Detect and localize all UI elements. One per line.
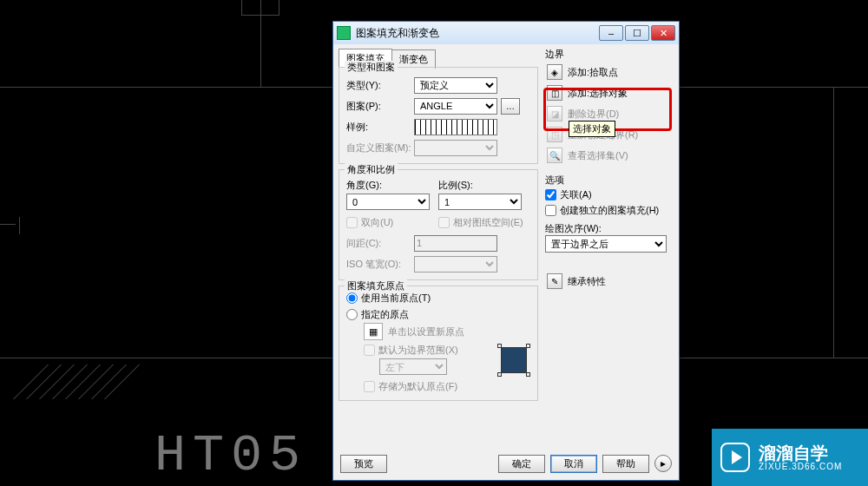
tooltip: 选择对象 [569,121,615,137]
close-button[interactable]: ✕ [651,25,675,41]
spacing-label: 间距(C): [346,237,414,250]
tab-gradient[interactable]: 渐变色 [391,49,436,69]
default-extent-checkbox [364,345,375,356]
help-button[interactable]: 帮助 [602,455,649,473]
paperspace-checkbox [438,217,450,228]
swatch-label: 样例: [346,121,414,134]
inherit-properties-button[interactable]: ✎继承特性 [545,272,667,291]
draworder-label: 绘图次序(W): [545,222,667,235]
watermark-url: ZIXUE.3D66.COM [759,462,842,471]
click-origin-label: 单击以设置新原点 [388,325,464,338]
ok-button[interactable]: 确定 [498,455,545,473]
view-selection-button: 🔍查看选择集(V) [545,146,667,165]
spacing-input [414,235,497,252]
use-current-origin-radio[interactable] [346,292,358,304]
select-icon: ◫ [547,85,562,101]
type-select[interactable]: 预定义 [414,77,497,94]
viewsel-icon: 🔍 [547,148,562,163]
custom-pattern-select [414,140,497,156]
custom-pattern-label: 自定义图案(M): [346,141,414,154]
pattern-label: 图案(P): [346,100,414,113]
add-pickpoints-button[interactable]: ◈添加:拾取点 [545,62,667,82]
pattern-browse-button[interactable]: … [501,98,520,115]
expand-button[interactable]: ▸ [654,455,672,472]
angle-select[interactable]: 0 [346,194,430,210]
add-select-button[interactable]: ◫添加:选择对象 [545,83,667,102]
iso-select [414,256,497,273]
cad-hatch-sample [22,364,130,399]
origin-preview-icon [497,344,530,377]
group-type-title: 类型和图案 [345,61,398,74]
separate-hatch-checkbox[interactable] [545,205,556,216]
titlebar[interactable]: 图案填充和渐变色 – ☐ ✕ [333,22,679,44]
dialog-icon [337,26,351,40]
inherit-icon: ✎ [547,273,562,289]
extent-select: 左下 [379,358,447,375]
watermark: 溜溜自学 ZIXUE.3D66.COM [712,429,868,486]
draworder-select[interactable]: 置于边界之后 [545,235,667,253]
boundaries-title: 边界 [545,48,667,61]
cad-label: HT05 [155,430,307,482]
twoway-checkbox [346,217,358,228]
maximize-button[interactable]: ☐ [625,25,649,41]
associative-checkbox[interactable] [545,189,556,200]
specified-origin-radio[interactable] [346,309,358,320]
scale-select[interactable]: 1 [438,194,522,210]
minimize-button[interactable]: – [599,25,623,41]
set-origin-icon: ▦ [364,323,383,340]
scale-label: 比例(S): [438,179,530,192]
watermark-brand: 溜溜自学 [759,444,842,462]
angle-label: 角度(G): [346,179,438,192]
recreate-icon: ◳ [547,127,562,142]
group-origin-title: 图案填充原点 [345,279,407,292]
store-default-checkbox [364,381,375,392]
pick-icon: ◈ [547,64,562,80]
hatch-dialog: 图案填充和渐变色 – ☐ ✕ 图案填充 渐变色 类型和图案 类型(Y): 预定义… [332,21,680,481]
options-title: 选项 [545,174,667,187]
type-label: 类型(Y): [346,79,414,92]
pattern-select[interactable]: ANGLE [414,98,497,115]
play-icon [720,443,750,472]
cancel-button[interactable]: 取消 [550,455,597,473]
group-angle-title: 角度和比例 [345,163,398,176]
iso-label: ISO 笔宽(O): [346,258,414,271]
remove-icon: ◪ [547,106,562,122]
preview-button[interactable]: 预览 [340,455,387,473]
dialog-title: 图案填充和渐变色 [356,26,599,41]
pattern-swatch[interactable] [414,119,497,135]
